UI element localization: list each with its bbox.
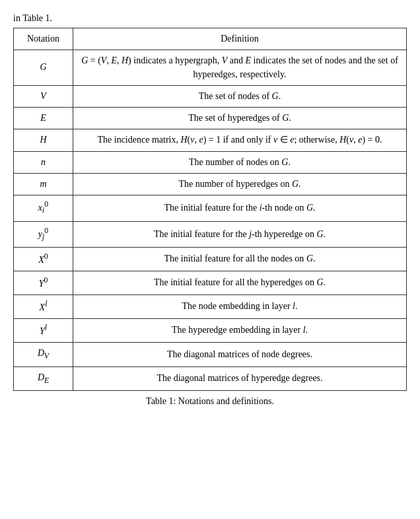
table-row: HThe incidence matrix, H(v, e) = 1 if an…	[14, 129, 407, 151]
table-row: yj0The initial feature for the j-th hype…	[14, 221, 407, 247]
definition-cell: The set of nodes of G.	[73, 85, 407, 107]
table-row: X0The initial feature for all the nodes …	[14, 248, 407, 271]
definition-cell: The diagonal matrices of node degrees.	[73, 342, 407, 366]
table-row: YlThe hyperedge embedding in layer l.	[14, 318, 407, 342]
definition-cell: The incidence matrix, H(v, e) = 1 if and…	[73, 129, 407, 151]
table-row: Y0The initial feature for all the hypere…	[14, 271, 407, 295]
notation-cell: H	[14, 129, 73, 151]
table-row: mThe number of hyperedges on G.	[14, 174, 407, 195]
definition-cell: The diagonal matrices of hyperedge degre…	[73, 366, 407, 391]
notation-cell: Yl	[14, 318, 73, 342]
table-label-top: in Table 1.	[13, 13, 52, 24]
notation-cell: xi0	[14, 195, 73, 221]
definition-cell: The initial feature for all the nodes on…	[73, 248, 407, 271]
table-row: xi0The initial feature for the i-th node…	[14, 195, 407, 221]
definition-cell: The hyperedge embedding in layer l.	[73, 318, 407, 342]
notation-cell: Y0	[14, 271, 73, 295]
notation-cell: yj0	[14, 221, 73, 247]
table-row: nThe number of nodes on G.	[14, 151, 407, 173]
definition-cell: G = (V, E, H) indicates a hypergraph, V …	[73, 50, 407, 86]
notation-cell: E	[14, 108, 73, 129]
header-notation: Notation	[14, 28, 73, 50]
notation-cell: X0	[14, 248, 73, 271]
header-definition: Definition	[73, 28, 407, 50]
table-row: EThe set of hyperedges of G.	[14, 108, 407, 129]
table-row: XlThe node embedding in layer l.	[14, 295, 407, 319]
table-row: VThe set of nodes of G.	[14, 85, 407, 107]
notation-cell: m	[14, 174, 73, 195]
notation-cell: Xl	[14, 295, 73, 319]
table-row: GG = (V, E, H) indicates a hypergraph, V…	[14, 50, 407, 86]
definition-cell: The initial feature for the i-th node on…	[73, 195, 407, 221]
notation-cell: n	[14, 151, 73, 173]
notation-cell: V	[14, 85, 73, 107]
notation-cell: DV	[14, 342, 73, 366]
definition-cell: The initial feature for all the hyperedg…	[73, 271, 407, 295]
table-row: DEThe diagonal matrices of hyperedge deg…	[14, 366, 407, 391]
notation-cell: DE	[14, 366, 73, 391]
table-row: DVThe diagonal matrices of node degrees.	[14, 342, 407, 366]
definition-cell: The set of hyperedges of G.	[73, 108, 407, 129]
notation-cell: G	[14, 50, 73, 86]
definition-cell: The node embedding in layer l.	[73, 295, 407, 319]
table-caption: Table 1: Notations and definitions.	[146, 396, 274, 407]
table-header-row: Notation Definition	[14, 28, 407, 50]
notations-table: Notation Definition GG = (V, E, H) indic…	[13, 28, 407, 391]
definition-cell: The number of hyperedges on G.	[73, 174, 407, 195]
definition-cell: The initial feature for the j-th hypered…	[73, 221, 407, 247]
definition-cell: The number of nodes on G.	[73, 151, 407, 173]
